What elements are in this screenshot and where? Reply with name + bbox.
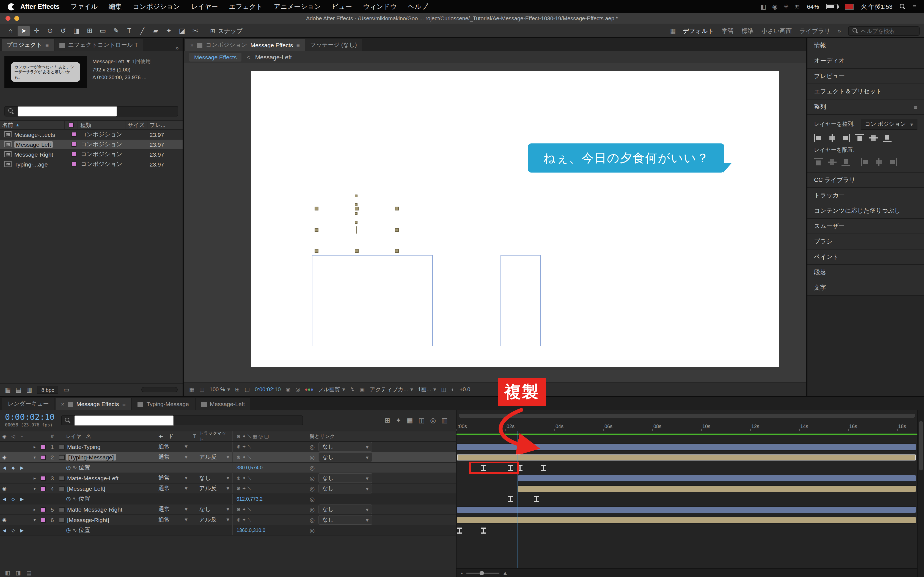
menubar-item[interactable]: ヘルプ xyxy=(402,2,434,11)
trkmat-dropdown[interactable]: アル反▾ xyxy=(199,453,232,461)
layer-bar-matte-message-left[interactable] xyxy=(518,475,916,482)
label-chip[interactable] xyxy=(40,517,45,522)
tab-project[interactable]: プロジェクト ≡ xyxy=(2,39,53,51)
current-timecode[interactable]: 0:00:02:10 xyxy=(5,413,55,421)
layer-bar-message-right[interactable] xyxy=(457,517,916,524)
close-window-button[interactable] xyxy=(5,16,10,21)
timeline-layer-row[interactable]: ◉ ▾ 6 [Message-Right] 通常▾ xyxy=(0,515,456,525)
layer-switches[interactable]: ⊕ ✦ ⟍ xyxy=(232,504,305,514)
add-keyframe-icon[interactable]: ◇ xyxy=(9,528,18,533)
eye-icon[interactable]: ◉ xyxy=(0,517,9,522)
tab-effect-controls[interactable]: エフェクトコントロール T xyxy=(54,39,143,51)
selection-handle[interactable] xyxy=(355,206,359,211)
app-menu[interactable]: After Effects xyxy=(20,3,60,10)
prev-keyframe-icon[interactable]: ◀ xyxy=(0,496,9,501)
resolution-dropdown[interactable]: フル画質 ▾ xyxy=(318,385,345,393)
more-workspaces-icon[interactable]: » xyxy=(838,27,841,34)
column-size[interactable]: サイズ xyxy=(125,121,147,129)
comp-mini-flowchart-icon[interactable]: ⊞ xyxy=(385,417,390,424)
channels-icon[interactable] xyxy=(305,388,313,390)
keyframe[interactable] xyxy=(457,527,462,533)
graph-editor-icon[interactable]: ▥ xyxy=(441,417,448,424)
timeline-zoom-bar[interactable]: ▴ ▲ xyxy=(457,568,918,577)
tool-icon[interactable]: ↺ xyxy=(57,26,69,36)
align-vert-center-icon[interactable] xyxy=(869,134,878,142)
keyframe[interactable] xyxy=(481,527,486,533)
menubar-clock[interactable]: 火 午後1:53 xyxy=(861,2,892,11)
selection-handle[interactable] xyxy=(355,249,359,253)
timeline-layer-row[interactable]: ◉ ▾ 2 [Typing-Message] 通常▾ xyxy=(0,452,456,463)
eye-icon[interactable]: ◉ xyxy=(0,486,9,491)
next-keyframe-icon[interactable]: ▶ xyxy=(18,465,26,470)
timeline-tab[interactable]: レンダーキュー xyxy=(2,398,54,410)
align-horiz-center-icon[interactable] xyxy=(828,134,837,142)
parent-dropdown[interactable]: なし▾ xyxy=(318,473,372,483)
trkmat-dropdown[interactable]: なし▾ xyxy=(199,474,232,482)
layer-switches[interactable]: ⊕ ✦ ⟍ xyxy=(232,484,305,493)
trkmat-dropdown[interactable]: アル反▾ xyxy=(199,485,232,492)
layer-name[interactable]: [Message-Left] xyxy=(66,485,107,492)
parent-dropdown[interactable]: なし▾ xyxy=(318,484,372,493)
tool-icon[interactable]: ➤ xyxy=(18,26,30,36)
pickwhip-icon[interactable]: ◎ xyxy=(310,443,315,450)
menubar-item[interactable]: ファイル xyxy=(65,2,103,11)
menubar-item[interactable]: ビュー xyxy=(326,2,357,11)
project-item-name[interactable]: Typing-...age xyxy=(14,161,48,167)
expand-inout-icon[interactable]: ▤ xyxy=(26,570,32,575)
magnification-dropdown[interactable]: 100 % ▾ xyxy=(210,386,230,392)
graph-icon[interactable]: ∿ xyxy=(72,464,77,471)
mode-dropdown[interactable]: 通常▾ xyxy=(158,506,190,513)
tool-icon[interactable]: ✦ xyxy=(163,26,175,36)
property-name[interactable]: 位置 xyxy=(79,495,90,502)
trkmat-dropdown[interactable]: なし▾ xyxy=(199,506,232,513)
new-folder-icon[interactable]: ▤ xyxy=(16,386,21,393)
mode-dropdown[interactable]: 通常▾ xyxy=(158,474,190,482)
tab-footage[interactable]: フッテージ (なし) xyxy=(305,39,362,51)
pickwhip-icon[interactable]: ◎ xyxy=(310,527,315,533)
close-tab-icon[interactable]: × xyxy=(190,42,194,48)
tool-icon[interactable]: ▰ xyxy=(150,26,162,36)
exposure-icon[interactable]: ◐ xyxy=(451,386,455,392)
eye-icon[interactable]: ◉ xyxy=(0,455,9,460)
layer-switches[interactable]: ⊕ ✦ ⟍ xyxy=(232,473,305,483)
workspace-tab[interactable]: 小さい画面 xyxy=(761,27,792,35)
label-chip[interactable] xyxy=(40,475,45,480)
camera-dropdown[interactable]: アクティブカ... ▾ xyxy=(370,385,413,393)
menubar-item[interactable]: レイヤー xyxy=(186,2,224,11)
project-item-name[interactable]: Message-...ects xyxy=(14,131,55,138)
workspace-grid-icon[interactable]: ▦ xyxy=(670,27,676,34)
label-chip[interactable] xyxy=(71,142,76,147)
align-right-icon[interactable] xyxy=(842,134,850,142)
twirl-icon[interactable]: ▸ xyxy=(31,507,39,512)
workspace-tab[interactable]: ライブラリ xyxy=(800,27,830,35)
tool-icon[interactable]: ⊙ xyxy=(44,26,56,36)
layer-switches[interactable]: ⊕ ✦ ⟍ xyxy=(232,452,305,462)
timeline-property-row[interactable]: ◀ ◇ ▶ ◷ ∿ 位置 1360.0,310.0 ◎ xyxy=(0,525,456,536)
time-ruler[interactable]: :00s02s04s06s08s10s12s14s16s18s xyxy=(457,410,918,431)
comp-timecode[interactable]: 0:00:02:10 xyxy=(255,386,281,392)
zoom-in-icon[interactable]: ▲ xyxy=(502,570,508,576)
motion-blur-icon[interactable]: ◎ xyxy=(430,417,436,424)
layer-name[interactable]: Matte-Typing xyxy=(66,443,102,450)
label-chip[interactable] xyxy=(40,486,45,491)
project-search-input[interactable] xyxy=(18,106,117,116)
timeline-layer-row[interactable]: ◉ ▾ 4 [Message-Left] 通常▾ xyxy=(0,484,456,494)
distribute-vert-center-icon[interactable] xyxy=(828,158,837,166)
tool-icon[interactable]: ⊞ xyxy=(84,26,96,36)
more-panels-icon[interactable]: » xyxy=(173,45,181,51)
property-name[interactable]: 位置 xyxy=(79,464,90,471)
menubar-item[interactable]: コンポジション xyxy=(127,2,186,11)
tool-icon[interactable]: ⌂ xyxy=(5,26,16,36)
timeline-search-box[interactable] xyxy=(61,416,303,425)
sidebar-panel-header[interactable]: プレビュー xyxy=(808,69,924,84)
project-row[interactable]: Message-...ects コンポジション 23.97 xyxy=(0,130,183,140)
show-snapshot-icon[interactable]: ◎ xyxy=(296,386,300,392)
label-chip[interactable] xyxy=(40,507,45,512)
timeline-tab[interactable]: Typing-Message xyxy=(132,398,194,410)
timeline-property-row[interactable]: ◀ ◆ ▶ ◷ ∿ 位置 380.0,574.0 ◎ xyxy=(0,463,456,473)
pickwhip-icon[interactable]: ◎ xyxy=(310,485,315,492)
sidebar-panel-align[interactable]: 整列 ≡ xyxy=(808,100,924,115)
stopwatch-icon[interactable]: ◷ xyxy=(66,527,71,533)
tool-icon[interactable]: ◨ xyxy=(70,26,82,36)
graph-icon[interactable]: ∿ xyxy=(72,496,77,502)
